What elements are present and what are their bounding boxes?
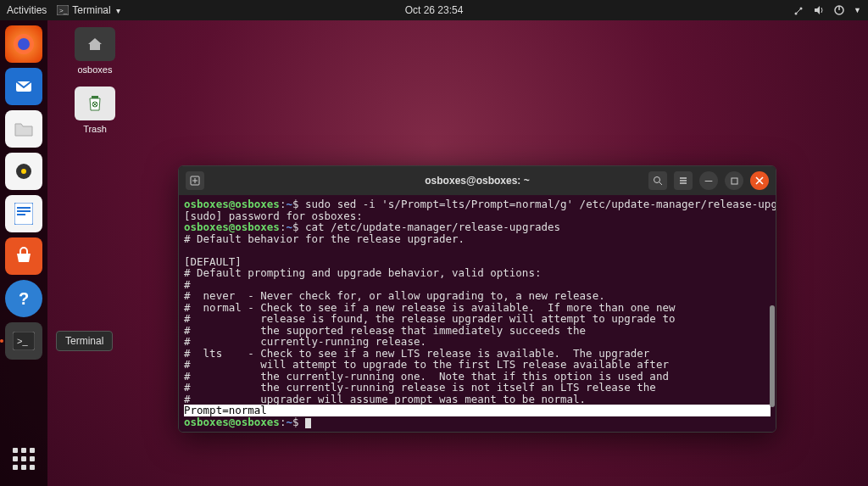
svg-rect-29 (732, 178, 737, 184)
svg-text:>_: >_ (59, 7, 68, 14)
svg-line-4 (796, 8, 801, 14)
chevron-down-icon[interactable]: ▼ (854, 6, 861, 14)
dock-libreoffice-writer[interactable] (5, 195, 42, 232)
trash-icon (75, 87, 115, 120)
svg-point-12 (21, 169, 26, 174)
power-icon[interactable] (833, 4, 845, 16)
terminal-titlebar[interactable]: osboxes@osboxes: ~ ─ (179, 166, 776, 195)
minimize-button[interactable]: ─ (699, 171, 718, 190)
top-bar: Activities >_ Terminal Oct 26 23:54 ▼ (0, 0, 868, 20)
search-button[interactable] (648, 171, 667, 190)
desktop-trash[interactable]: Trash (64, 87, 125, 134)
home-icon (75, 27, 115, 61)
prompt-path: ~ (286, 416, 292, 428)
svg-text:>_: >_ (17, 336, 28, 346)
dock-terminal[interactable]: >_ Terminal (5, 322, 42, 360)
dock: ? >_ Terminal (0, 20, 47, 486)
new-tab-button[interactable] (186, 171, 204, 190)
terminal-icon: >_ (57, 5, 69, 15)
highlighted-line: Prompt=normal (184, 405, 771, 416)
desktop-home-folder[interactable]: osboxes (64, 27, 125, 75)
out-line: # Default prompting and upgrade behavior… (184, 266, 541, 279)
svg-point-24 (654, 177, 660, 183)
scrollbar[interactable] (769, 195, 776, 432)
prompt-user: osboxes@osboxes (184, 416, 280, 428)
dock-help[interactable]: ? (5, 280, 42, 317)
app-menu[interactable]: >_ Terminal (57, 4, 120, 16)
terminal-window: osboxes@osboxes: ~ ─ osboxes@osboxes:~$ … (178, 165, 776, 433)
clock[interactable]: Oct 26 23:54 (405, 4, 464, 16)
activities-button[interactable]: Activities (7, 4, 47, 16)
cmd-1: sudo sed -i 's/Prompt=lts/Prompt=normal/… (298, 198, 776, 210)
dock-files[interactable] (5, 110, 42, 148)
out-line: # Default behavior for the release upgra… (184, 232, 465, 245)
close-button[interactable] (750, 171, 769, 190)
cursor (305, 418, 311, 428)
app-menu-label: Terminal (72, 4, 110, 16)
dock-software[interactable] (5, 237, 42, 275)
dock-firefox[interactable] (5, 25, 42, 63)
terminal-body[interactable]: osboxes@osboxes:~$ sudo sed -i 's/Prompt… (179, 195, 776, 432)
menu-button[interactable] (674, 171, 693, 190)
dock-rhythmbox[interactable] (5, 153, 42, 190)
volume-icon[interactable] (813, 4, 825, 16)
svg-marker-5 (815, 6, 820, 14)
svg-rect-16 (17, 214, 25, 215)
dock-thunderbird[interactable] (5, 68, 42, 105)
svg-point-9 (18, 38, 30, 50)
scrollbar-thumb[interactable] (770, 305, 775, 407)
desktop-trash-label: Trash (64, 124, 125, 134)
prompt-char: $ (292, 416, 299, 428)
maximize-button[interactable] (725, 171, 743, 190)
svg-rect-15 (17, 210, 31, 212)
dock-tooltip: Terminal (56, 331, 113, 351)
terminal-title: osboxes@osboxes: ~ (425, 175, 529, 187)
svg-line-25 (659, 182, 662, 185)
svg-rect-14 (17, 207, 31, 209)
svg-rect-19 (92, 96, 98, 98)
desktop-home-label: osboxes (64, 64, 125, 75)
network-icon[interactable] (793, 4, 804, 16)
show-applications[interactable] (5, 440, 42, 478)
